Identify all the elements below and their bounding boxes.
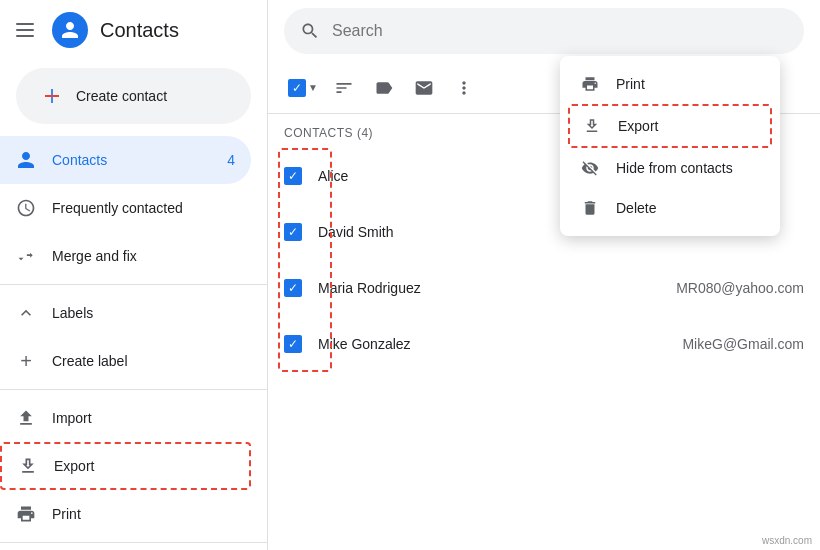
app-logo — [52, 12, 88, 48]
import-label: Import — [52, 410, 92, 426]
labels-header-label: Labels — [52, 305, 93, 321]
more-options-dropdown: Print Export Hide from contacts — [560, 56, 780, 236]
hide-menu-label: Hide from contacts — [616, 160, 733, 176]
contact-checkbox[interactable]: ✓ — [284, 335, 302, 353]
sidebar-item-import[interactable]: Import — [0, 394, 251, 442]
search-icon — [300, 21, 320, 41]
print-menu-label: Print — [616, 76, 645, 92]
app-title: Contacts — [100, 19, 179, 42]
contact-row[interactable]: ✓ Maria Rodriguez MR080@yahoo.com — [268, 260, 820, 316]
hamburger-menu-icon[interactable] — [16, 18, 40, 42]
contact-name: Mike Gonzalez — [318, 336, 682, 352]
sort-button[interactable] — [326, 70, 362, 106]
export-label: Export — [54, 458, 94, 474]
main-content: ✓ ▼ CONTACTS (4) — [268, 0, 820, 550]
contact-email: MR080@yahoo.com — [676, 280, 804, 296]
contact-name: Maria Rodriguez — [318, 280, 676, 296]
export-menu-label: Export — [618, 118, 658, 134]
import-icon — [16, 408, 36, 428]
menu-item-export[interactable]: Export — [568, 104, 772, 148]
create-contact-label: Create contact — [76, 88, 167, 104]
sidebar-item-contacts[interactable]: Contacts 4 — [0, 136, 251, 184]
search-input[interactable] — [332, 22, 788, 40]
sidebar-item-create-label[interactable]: + Create label — [0, 337, 251, 385]
sidebar-labels-section[interactable]: Labels — [0, 289, 267, 337]
contacts-icon — [16, 150, 36, 170]
clock-icon — [16, 198, 36, 218]
menu-item-delete[interactable]: Delete — [560, 188, 780, 228]
label-button[interactable] — [366, 70, 402, 106]
sidebar-frequently-contacted-label: Frequently contacted — [52, 200, 183, 216]
create-label-label: Create label — [52, 353, 128, 369]
contact-checkbox[interactable]: ✓ — [284, 167, 302, 185]
plus-icon — [40, 84, 64, 108]
print-label: Print — [52, 506, 81, 522]
chevron-down-icon: ▼ — [308, 82, 318, 93]
sidebar-item-frequently-contacted[interactable]: Frequently contacted — [0, 184, 251, 232]
sidebar-merge-label: Merge and fix — [52, 248, 137, 264]
nav-divider-2 — [0, 389, 267, 390]
email-button[interactable] — [406, 70, 442, 106]
merge-icon — [16, 246, 36, 266]
print-icon — [16, 504, 36, 524]
nav-divider-3 — [0, 542, 267, 543]
export-icon — [18, 456, 38, 476]
contact-row[interactable]: ✓ Mike Gonzalez MikeG@Gmail.com — [268, 316, 820, 372]
nav-divider-1 — [0, 284, 267, 285]
sidebar-item-merge-fix[interactable]: Merge and fix — [0, 232, 251, 280]
create-contact-button[interactable]: Create contact — [16, 68, 251, 124]
chevron-up-icon — [16, 303, 36, 323]
export-menu-icon — [582, 116, 602, 136]
hide-menu-icon — [580, 158, 600, 178]
sidebar-contacts-label: Contacts — [52, 152, 107, 168]
watermark: wsxdn.com — [762, 535, 812, 546]
add-icon: + — [16, 351, 36, 371]
contact-email: MikeG@Gmail.com — [682, 336, 804, 352]
print-menu-icon — [580, 74, 600, 94]
sidebar-nav: Contacts 4 Frequently contacted Merge an… — [0, 136, 267, 550]
sidebar-item-print[interactable]: Print — [0, 490, 251, 538]
sidebar-header: Contacts — [0, 0, 267, 60]
contact-checkbox[interactable]: ✓ — [284, 279, 302, 297]
menu-item-print[interactable]: Print — [560, 64, 780, 104]
contacts-badge: 4 — [227, 152, 235, 168]
search-bar — [284, 8, 804, 54]
more-options-button[interactable] — [446, 70, 482, 106]
sidebar-item-export[interactable]: Export — [0, 442, 251, 490]
contact-checkbox[interactable]: ✓ — [284, 223, 302, 241]
sidebar: Contacts Create contact Contacts 4 — [0, 0, 268, 550]
delete-menu-icon — [580, 198, 600, 218]
delete-menu-label: Delete — [616, 200, 656, 216]
select-all-checkbox: ✓ — [288, 79, 306, 97]
select-all-button[interactable]: ✓ ▼ — [284, 70, 322, 106]
menu-item-hide[interactable]: Hide from contacts — [560, 148, 780, 188]
